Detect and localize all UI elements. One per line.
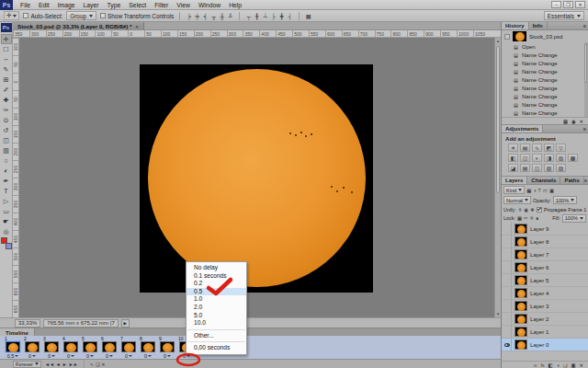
- delay-option-1-0[interactable]: 1.0: [187, 295, 246, 304]
- frame-delay-dropdown[interactable]: 0,5: [7, 352, 19, 359]
- history-state-row[interactable]: ▤Name Change: [502, 51, 588, 59]
- photo-filter-icon[interactable]: ◨: [544, 154, 554, 162]
- new-snapshot-icon[interactable]: ◉: [571, 119, 576, 124]
- distribute-bottom-edges-icon[interactable]: ┴: [262, 13, 268, 19]
- blur-tool[interactable]: ○: [1, 155, 12, 166]
- eyedropper-tool[interactable]: ✐: [1, 85, 12, 95]
- delay-option-0-2[interactable]: 0.2: [187, 280, 246, 288]
- history-state-row[interactable]: ▤Name Change: [502, 92, 588, 100]
- new-document-from-state-icon[interactable]: ▤: [563, 119, 568, 124]
- delete-layer-icon[interactable]: ✕: [580, 362, 583, 368]
- pen-tool[interactable]: ✒: [1, 176, 12, 186]
- frame-delay-dropdown[interactable]: 0: [48, 352, 55, 359]
- history-snapshot-row[interactable]: Stock_03.psd: [502, 30, 588, 42]
- blend-mode-dropdown[interactable]: Normal: [503, 196, 531, 204]
- align-vertical-centers-icon[interactable]: ╫: [219, 13, 225, 19]
- gradient-tool[interactable]: ▥: [1, 145, 12, 155]
- distribute-vertical-centers-icon[interactable]: ╂: [254, 13, 260, 19]
- quick-selection-tool[interactable]: ✎: [1, 64, 12, 75]
- scrollbar-thumb[interactable]: [496, 46, 500, 193]
- vibrance-icon[interactable]: ▽: [556, 144, 566, 152]
- panel-menu-icon[interactable]: ≡: [584, 177, 588, 184]
- previous-frame-button[interactable]: ◄: [56, 362, 61, 367]
- invert-icon[interactable]: ◪: [508, 164, 518, 172]
- shape-tool[interactable]: ▭: [1, 206, 12, 216]
- workspace-switcher[interactable]: Essentials: [544, 11, 584, 20]
- lock-transparency-icon[interactable]: ▦: [517, 215, 522, 221]
- animation-frame-8[interactable]: 80: [139, 337, 157, 359]
- brightness-contrast-icon[interactable]: ☀: [508, 144, 518, 152]
- animation-frame-1[interactable]: 10,5: [4, 337, 22, 359]
- fill-dropdown[interactable]: 100%: [562, 214, 586, 223]
- visibility-toggle[interactable]: [503, 287, 512, 299]
- dodge-tool[interactable]: ◐: [1, 166, 12, 176]
- menu-layer[interactable]: Layer: [84, 2, 99, 8]
- color-lookup-icon[interactable]: ▩: [568, 154, 578, 162]
- layer-row[interactable]: Layer 1: [502, 326, 588, 339]
- pasteboard[interactable]: [19, 38, 494, 317]
- layer-mask-icon[interactable]: ◧: [548, 362, 553, 368]
- align-left-edges-icon[interactable]: ╞: [186, 13, 192, 19]
- selective-color-icon[interactable]: ▨: [544, 164, 554, 172]
- delete-frame-button[interactable]: ✕: [101, 362, 105, 367]
- layer-row[interactable]: Layer 2: [502, 313, 588, 326]
- lock-paint-icon[interactable]: ✑: [524, 215, 528, 221]
- visibility-toggle[interactable]: [503, 274, 512, 286]
- layer-row[interactable]: Layer 4: [502, 287, 588, 300]
- align-horizontal-centers-icon[interactable]: ╪: [194, 13, 200, 19]
- hue-saturation-icon[interactable]: ◧: [508, 154, 518, 162]
- lock-all-icon[interactable]: ∎: [536, 215, 538, 221]
- propagate-frame-checkbox[interactable]: [537, 207, 542, 213]
- tab-info[interactable]: Info: [529, 22, 548, 29]
- menu-image[interactable]: Image: [58, 2, 75, 8]
- delay-option-other-[interactable]: Other...: [187, 332, 246, 340]
- delay-option-0-5[interactable]: 0.5: [187, 288, 246, 296]
- play-button[interactable]: ►: [62, 362, 67, 367]
- menu-edit[interactable]: Edit: [39, 2, 50, 8]
- frame-delay-dropdown[interactable]: 0: [164, 352, 171, 359]
- visibility-toggle[interactable]: [503, 326, 512, 338]
- levels-icon[interactable]: ▤: [520, 144, 530, 152]
- scroll-down-arrow[interactable]: ▼: [495, 311, 501, 317]
- unify-visibility-icon[interactable]: ◉: [524, 207, 528, 213]
- frame-delay-dropdown[interactable]: 0: [67, 352, 74, 359]
- history-scrollbar[interactable]: [584, 42, 588, 117]
- gradient-map-icon[interactable]: ▧: [556, 164, 566, 172]
- zoom-tool[interactable]: ◎: [1, 226, 12, 236]
- tool-preset-picker[interactable]: ✛: [4, 11, 19, 20]
- frame-delay-dropdown[interactable]: 0: [125, 352, 132, 359]
- layer-row[interactable]: Layer 9: [502, 223, 588, 236]
- visibility-toggle[interactable]: [503, 339, 512, 351]
- duplicate-frame-button[interactable]: ❏: [96, 362, 99, 367]
- delay-option-0-1-seconds[interactable]: 0.1 seconds: [187, 272, 246, 281]
- auto-select-checkbox[interactable]: Auto-Select:: [23, 13, 62, 19]
- tab-paths[interactable]: Paths: [560, 177, 583, 184]
- animation-frame-7[interactable]: 70: [119, 337, 138, 359]
- tab-adjustments[interactable]: Adjustments: [502, 125, 543, 132]
- channel-mixer-icon[interactable]: ▥: [556, 154, 566, 162]
- menu-filter[interactable]: Filter: [154, 2, 168, 8]
- animation-frame-9[interactable]: 90: [158, 337, 176, 359]
- distribute-left-edges-icon[interactable]: ├: [270, 13, 277, 19]
- filter-shape-layers-icon[interactable]: ▭: [543, 188, 548, 193]
- layer-group-icon[interactable]: ❑: [563, 362, 568, 368]
- history-brush-tool[interactable]: ↺: [1, 125, 12, 135]
- threshold-icon[interactable]: ◫: [532, 164, 542, 172]
- eraser-tool[interactable]: ◫: [1, 135, 12, 145]
- animation-frame-5[interactable]: 50: [81, 337, 99, 359]
- animation-frame-6[interactable]: 60: [100, 337, 119, 359]
- delay-option-no-delay[interactable]: No delay: [187, 264, 246, 272]
- filter-type-layers-icon[interactable]: T: [538, 188, 541, 193]
- menu-type[interactable]: Type: [107, 2, 121, 8]
- history-state-row[interactable]: ▤Open: [502, 42, 588, 51]
- history-state-row[interactable]: ▤Name Change: [502, 59, 588, 67]
- delay-option-0-00-seconds[interactable]: 0,00 seconds: [187, 344, 246, 352]
- layer-row[interactable]: Layer 6: [502, 261, 588, 274]
- show-transform-controls-checkbox[interactable]: Show Transform Controls: [100, 13, 174, 19]
- menu-window[interactable]: Window: [198, 2, 220, 8]
- layer-row[interactable]: Layer 5: [502, 274, 588, 287]
- first-frame-button[interactable]: ◄◄: [45, 362, 54, 367]
- brush-tool[interactable]: ✑: [1, 105, 12, 115]
- menu-file[interactable]: File: [20, 2, 30, 8]
- next-frame-button[interactable]: ►►: [69, 362, 78, 367]
